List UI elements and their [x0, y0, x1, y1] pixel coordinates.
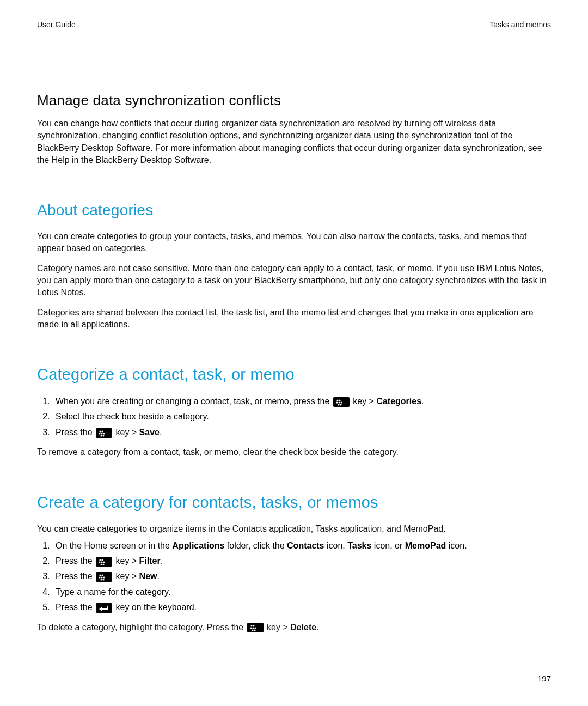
svg-point-29	[253, 625, 254, 627]
step-text: .	[157, 571, 160, 581]
step-item: Press the key > Save.	[52, 427, 551, 439]
text: .	[316, 623, 318, 632]
svg-point-17	[101, 561, 102, 563]
step-bold: Tasks	[347, 541, 371, 550]
paragraph: You can create categories to group your …	[37, 230, 551, 255]
step-text: Press the	[56, 602, 95, 612]
step-text: key >	[113, 428, 139, 437]
step-text: folder, click the	[224, 541, 287, 550]
step-bold: Applications	[172, 541, 224, 550]
step-item: Select the check box beside a category.	[52, 411, 551, 423]
svg-point-10	[101, 433, 102, 434]
svg-point-16	[99, 561, 100, 563]
paragraph: Category names are not case sensitive. M…	[37, 263, 551, 299]
svg-point-33	[252, 630, 253, 631]
step-text: Press the	[56, 571, 95, 581]
step-bold: Save	[139, 428, 160, 437]
blackberry-key-icon	[247, 623, 264, 632]
step-text: key >	[113, 571, 139, 581]
step-text: .	[161, 556, 163, 565]
step-text: .	[421, 397, 424, 406]
blackberry-key-icon	[96, 428, 112, 438]
step-text: When you are creating or changing a cont…	[56, 397, 332, 406]
svg-point-22	[101, 575, 103, 576]
step-bold: Contacts	[287, 541, 324, 550]
step-text: icon,	[324, 541, 348, 550]
step-text: icon, or	[371, 541, 405, 550]
svg-point-34	[254, 630, 255, 631]
svg-point-15	[101, 559, 103, 561]
svg-point-12	[100, 435, 102, 436]
running-header: User Guide Tasks and memos	[37, 20, 551, 31]
paragraph: You can change how conflicts that occur …	[37, 118, 551, 167]
heading-manage-conflicts: Manage data synchronization conflicts	[37, 90, 551, 110]
svg-point-9	[99, 433, 100, 434]
svg-point-24	[101, 577, 102, 579]
page-number: 197	[537, 673, 551, 684]
svg-point-26	[100, 579, 102, 581]
document-page: User Guide Tasks and memos Manage data s…	[0, 0, 588, 634]
svg-point-25	[103, 577, 105, 579]
step-item: When you are creating or changing a cont…	[52, 395, 551, 407]
svg-point-4	[340, 401, 342, 403]
text: key >	[265, 623, 291, 632]
step-bold: Categories	[376, 397, 421, 406]
text-bold: Delete	[290, 623, 316, 632]
step-item: Press the key on the keyboard.	[52, 601, 551, 613]
svg-point-14	[99, 559, 101, 561]
svg-point-5	[338, 404, 339, 405]
svg-point-18	[103, 561, 105, 563]
paragraph: Categories are shared between the contac…	[37, 307, 551, 331]
step-text: On the Home screen or in the	[56, 541, 172, 550]
svg-point-31	[252, 628, 254, 629]
heading-about-categories: About categories	[37, 199, 551, 221]
step-text: key >	[113, 556, 139, 565]
step-text: key >	[351, 397, 377, 406]
svg-point-2	[336, 401, 338, 403]
step-bold: MemoPad	[405, 541, 446, 550]
svg-point-6	[340, 404, 341, 405]
step-item: Press the key > Filter.	[52, 555, 551, 567]
step-list: On the Home screen or in the Application…	[52, 540, 551, 614]
step-list: When you are creating or changing a cont…	[52, 395, 551, 439]
svg-point-7	[99, 430, 101, 432]
svg-point-1	[339, 399, 340, 401]
step-text: .	[160, 428, 162, 437]
svg-point-20	[102, 563, 104, 565]
svg-point-28	[250, 625, 252, 627]
paragraph: To delete a category, highlight the cate…	[37, 622, 551, 634]
step-text: key on the keyboard.	[113, 602, 197, 612]
enter-key-icon	[96, 603, 112, 613]
paragraph: You can create categories to organize it…	[37, 523, 551, 535]
step-text: icon.	[446, 541, 467, 550]
blackberry-key-icon	[96, 557, 112, 567]
blackberry-key-icon	[333, 397, 350, 407]
svg-point-19	[100, 563, 102, 565]
step-item: Press the key > New.	[52, 570, 551, 582]
header-right: Tasks and memos	[489, 20, 551, 31]
step-bold: New	[139, 571, 157, 581]
step-text: Press the	[56, 556, 95, 565]
svg-point-11	[103, 433, 105, 434]
svg-point-0	[336, 399, 338, 401]
svg-point-30	[250, 628, 252, 629]
svg-point-32	[254, 628, 256, 629]
step-text: Press the	[56, 428, 95, 437]
svg-point-3	[338, 401, 340, 403]
svg-point-23	[99, 577, 100, 579]
svg-point-8	[101, 430, 103, 432]
step-bold: Filter	[139, 556, 161, 565]
header-left: User Guide	[37, 20, 76, 31]
step-item: On the Home screen or in the Application…	[52, 540, 551, 552]
heading-create-category: Create a category for contacts, tasks, o…	[37, 491, 551, 514]
step-item: Type a name for the category.	[52, 586, 551, 598]
paragraph: To remove a category from a contact, tas…	[37, 446, 551, 458]
svg-point-27	[102, 579, 104, 581]
svg-point-21	[99, 575, 101, 576]
text: To delete a category, highlight the cate…	[37, 623, 246, 632]
heading-categorize: Categorize a contact, task, or memo	[37, 363, 551, 386]
blackberry-key-icon	[96, 572, 112, 582]
svg-point-13	[102, 435, 104, 436]
